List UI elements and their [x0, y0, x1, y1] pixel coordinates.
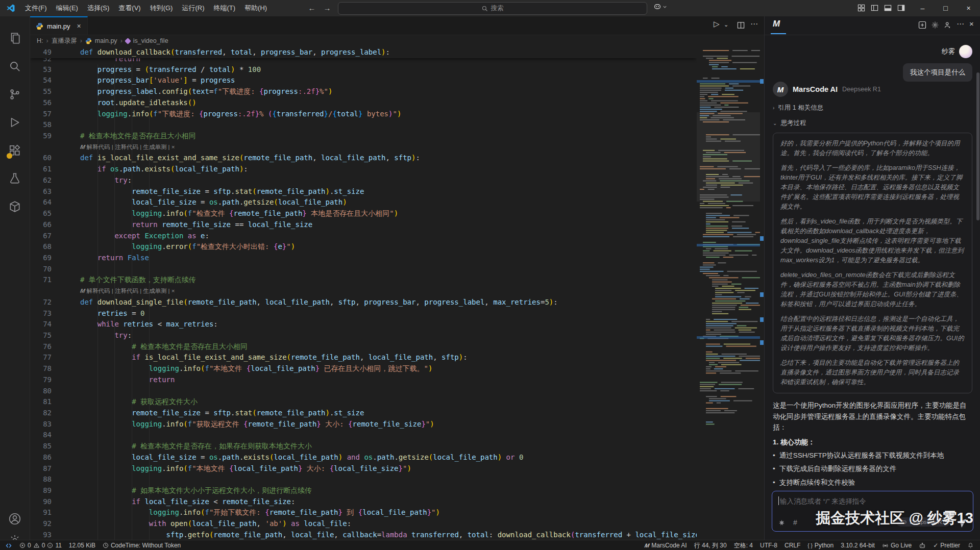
breadcrumb-folder[interactable]: 直播录屏 [52, 37, 77, 45]
code-line[interactable]: 70 [30, 264, 697, 275]
account-icon[interactable] [8, 512, 21, 526]
copilot-icon[interactable] [653, 3, 667, 11]
customize-layout-icon[interactable] [857, 4, 865, 12]
code-line[interactable]: 55 progress_label.config(text=f"下载进度: {p… [30, 86, 697, 97]
code-line[interactable]: 84 [30, 430, 697, 441]
line-content[interactable]: logging.info(f"获取远程文件 {remote_file_path}… [80, 419, 697, 430]
line-number[interactable]: 71 [30, 274, 80, 286]
codelens-action[interactable]: 解释代码 [87, 288, 110, 294]
sidebar-item-testing[interactable] [8, 172, 21, 185]
back-icon[interactable]: ← [305, 0, 318, 16]
line-content[interactable]: try: [80, 330, 697, 341]
line-number[interactable]: 53 [30, 64, 80, 76]
code-line[interactable]: 58 [30, 119, 697, 131]
menu-terminal[interactable]: 终端(T) [209, 0, 240, 16]
breadcrumb-drive[interactable]: H: [37, 37, 43, 44]
code-line[interactable]: 80 [30, 386, 697, 397]
line-number[interactable]: 63 [30, 186, 80, 197]
code-line[interactable]: 92 with open(local_file_path, 'ab') as l… [30, 518, 697, 530]
menu-selection[interactable]: 选择(S) [83, 0, 114, 16]
line-content[interactable] [80, 474, 697, 485]
line-content[interactable]: local_file_size = os.path.getsize(local_… [80, 197, 697, 208]
chat-input-box[interactable]: # Deepseek R1 [772, 491, 973, 532]
clipped-line[interactable]: 52 return [30, 58, 697, 64]
line-number[interactable]: 66 [30, 219, 80, 231]
close-button[interactable]: × [957, 0, 980, 16]
panel-scrollbar[interactable] [976, 72, 979, 220]
line-number[interactable]: 49 [30, 47, 80, 58]
code-line[interactable]: 85 # 检查本地文件是否存在，如果存在则获取本地文件大小 [30, 441, 697, 452]
code-line[interactable]: 72def download_single_file(remote_file_p… [30, 297, 697, 308]
code-line[interactable]: 53 progress = (transferred / total) * 10… [30, 64, 697, 76]
cursor-position[interactable]: 行 44, 列 30 [691, 540, 730, 550]
code-line[interactable]: 65 logging.info(f"检查文件 {remote_file_path… [30, 208, 697, 219]
codetime-status[interactable]: CodeTime: Without Token [99, 540, 184, 550]
line-number[interactable]: 72 [30, 297, 80, 308]
line-content[interactable]: if is_local_file_exist_and_same_size(rem… [80, 352, 697, 363]
code-line[interactable]: 88 [30, 474, 697, 485]
menu-help[interactable]: 帮助(H) [240, 0, 272, 16]
line-number[interactable]: 54 [30, 75, 80, 86]
line-content[interactable]: progress_bar['value'] = progress [80, 75, 697, 86]
line-content[interactable]: while retries < max_retries: [80, 319, 697, 330]
line-content[interactable]: root.update_idletasks() [80, 97, 697, 109]
clipped-code-line[interactable]: 52 return [30, 58, 697, 64]
codelens-close-icon[interactable]: × [172, 288, 175, 294]
sticky-scroll-line[interactable]: 49def download_callback(transferred, tot… [30, 47, 697, 58]
line-number[interactable]: 73 [30, 308, 80, 319]
code-line[interactable]: 66 return remote_file_size == local_file… [30, 219, 697, 231]
remote-indicator[interactable] [0, 540, 16, 550]
code-line[interactable]: 89 # 如果本地文件大小小于远程文件大小，则进行断点续传 [30, 485, 697, 496]
line-content[interactable] [80, 430, 697, 441]
line-number[interactable]: 92 [30, 518, 80, 530]
language-mode[interactable]: { } Python [804, 540, 837, 550]
code-line[interactable]: 60def is_local_file_exist_and_same_size(… [30, 153, 697, 164]
code-line[interactable]: 56 root.update_idletasks() [30, 97, 697, 109]
line-content[interactable]: return remote_file_size == local_file_si… [80, 219, 697, 231]
code-line[interactable]: 78 logging.info(f"本地文件 {local_file_path}… [30, 363, 697, 374]
toggle-sidebar-icon[interactable] [871, 4, 878, 12]
code-line[interactable]: 77 if is_local_file_exist_and_same_size(… [30, 352, 697, 363]
new-chat-icon[interactable] [918, 21, 926, 29]
codelens-row[interactable]: M解释代码 | 注释代码 | 生成单测 | × [30, 142, 697, 153]
line-number[interactable]: 77 [30, 352, 80, 363]
line-number[interactable]: 64 [30, 197, 80, 208]
line-number[interactable]: 86 [30, 452, 80, 463]
line-number[interactable]: 87 [30, 463, 80, 474]
line-content[interactable]: logging.info(f"本地文件 {local_file_path} 大小… [80, 463, 697, 474]
line-number[interactable]: 90 [30, 496, 80, 508]
line-content[interactable]: remote_file_size = sftp.stat(remote_file… [80, 186, 697, 197]
menu-view[interactable]: 查看(V) [114, 0, 145, 16]
line-content[interactable]: # 检查本地文件是否存在，如果存在则获取本地文件大小 [80, 441, 697, 452]
line-number[interactable]: 74 [30, 319, 80, 330]
tab-close-icon[interactable]: × [77, 22, 81, 30]
minimize-button[interactable]: – [911, 0, 934, 16]
codelens-row[interactable]: M解释代码 | 注释代码 | 生成单测 | × [30, 286, 697, 297]
line-number[interactable]: 91 [30, 507, 80, 518]
line-content[interactable]: def download_single_file(remote_file_pat… [80, 297, 697, 308]
maximize-button[interactable]: □ [934, 0, 957, 16]
line-number[interactable]: 62 [30, 175, 80, 186]
codelens-action[interactable]: 解释代码 [87, 144, 110, 150]
commands-icon[interactable] [778, 519, 785, 526]
robot-status-icon[interactable] [915, 540, 929, 550]
line-content[interactable]: progress = (transferred / total) * 100 [80, 64, 697, 76]
code-line[interactable]: 91 logging.info(f"开始下载文件: {remote_file_p… [30, 507, 697, 518]
line-content[interactable]: with open(local_file_path, 'ab') as loca… [80, 518, 697, 530]
code-line[interactable]: 87 logging.info(f"本地文件 {local_file_path}… [30, 463, 697, 474]
codelens-action[interactable]: 注释代码 [115, 144, 138, 150]
prettier-status[interactable]: ✓ Prettier [929, 540, 964, 550]
line-content[interactable]: # 检查本地文件是否存在且大小相同 [80, 341, 697, 353]
forward-icon[interactable]: → [321, 0, 334, 16]
line-content[interactable]: logging.error(f"检查文件大小时出错: {e}") [80, 241, 697, 253]
search-input[interactable]: 搜索 [338, 2, 647, 15]
eol-sequence[interactable]: CRLF [781, 540, 804, 550]
menu-file[interactable]: 文件(F) [20, 0, 52, 16]
tab-main-py[interactable]: main.py × [30, 16, 88, 35]
line-number[interactable]: 76 [30, 341, 80, 353]
line-number[interactable]: 84 [30, 430, 80, 441]
line-number[interactable]: 89 [30, 485, 80, 496]
code-line[interactable]: 76 # 检查本地文件是否存在且大小相同 [30, 341, 697, 353]
line-number[interactable]: 81 [30, 396, 80, 408]
line-number[interactable]: 75 [30, 330, 80, 341]
